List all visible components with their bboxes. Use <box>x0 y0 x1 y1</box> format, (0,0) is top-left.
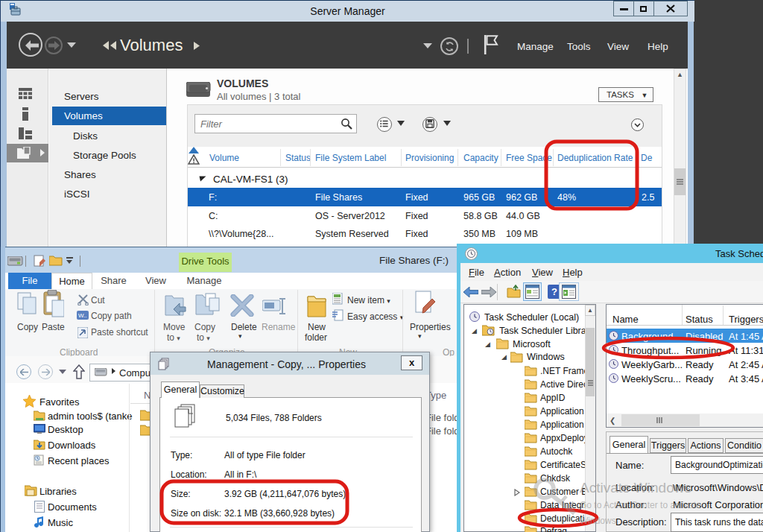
svg-text:Activate Windows: Activate Windows <box>580 480 691 495</box>
svg-text:Go to Action Center to activat: Go to Action Center to activate <box>580 500 701 510</box>
svg-text:Windows: Windows <box>580 516 616 526</box>
